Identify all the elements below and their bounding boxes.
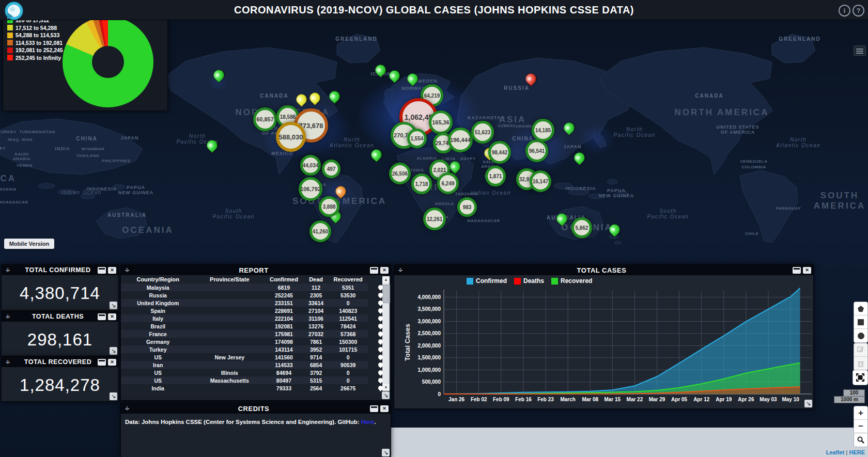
table-row[interactable]: Russia252245230553530: [121, 291, 368, 299]
scroll-down-button[interactable]: ▼: [382, 384, 390, 391]
cluster-marker[interactable]: 497: [322, 160, 340, 178]
resize-handle[interactable]: ↘: [804, 400, 812, 407]
table-row[interactable]: Brazil1920811327678424: [121, 322, 368, 330]
cluster-marker[interactable]: 12,261: [423, 208, 446, 230]
minimize-button[interactable]: [370, 405, 378, 412]
move-handle[interactable]: ↔↕: [123, 266, 131, 274]
github-link[interactable]: Here: [361, 419, 375, 425]
cluster-marker[interactable]: 5,862: [571, 217, 592, 238]
draw-rectangle-button[interactable]: [854, 316, 867, 329]
legend-item: 17,512 to 54,288: [7, 24, 63, 32]
table-row[interactable]: Italy22210431106112541: [121, 314, 368, 322]
svg-text:Feb 16: Feb 16: [515, 397, 532, 402]
scroll-up-button[interactable]: ▲: [382, 276, 390, 283]
table-row[interactable]: Spain22869127104140823: [121, 307, 368, 314]
table-row[interactable]: USMassachusetts8049753150: [121, 376, 368, 384]
zoom-out-button[interactable]: −: [854, 420, 867, 433]
cluster-marker[interactable]: 196,444: [448, 128, 473, 152]
cluster-marker[interactable]: 44,034: [300, 155, 321, 176]
cluster-marker[interactable]: 96,541: [525, 139, 548, 162]
legend-swatch: [7, 25, 13, 30]
cluster-marker[interactable]: 41,260: [309, 220, 331, 242]
close-icon[interactable]: ✕: [380, 405, 389, 412]
cell-country: Brazil: [121, 323, 195, 329]
column-header[interactable]: Province/State: [195, 276, 264, 282]
chart-legend-item[interactable]: Deaths: [514, 277, 544, 285]
cluster-marker[interactable]: 60,857: [253, 107, 277, 131]
draw-circle-button[interactable]: [854, 329, 867, 342]
legend-swatch: [7, 55, 13, 60]
resize-handle[interactable]: ↘: [110, 392, 117, 400]
cluster-marker[interactable]: 16,147: [530, 170, 551, 192]
minimize-button[interactable]: [98, 267, 106, 274]
minimize-button[interactable]: [793, 267, 801, 274]
table-row[interactable]: USIllinois8469437920: [121, 369, 368, 376]
here-link[interactable]: HERE: [849, 449, 865, 455]
cluster-marker[interactable]: 588,030: [276, 122, 306, 152]
chart-legend-item[interactable]: Confirmed: [467, 277, 507, 285]
column-header[interactable]: Confirmed: [264, 276, 303, 282]
table-row[interactable]: France1759812703257368: [121, 330, 368, 338]
resize-handle[interactable]: ↘: [110, 302, 117, 309]
table-row[interactable]: Turkey1431143952101715: [121, 345, 368, 353]
cluster-marker[interactable]: 3,888: [319, 196, 339, 217]
total-recovered-value: 1,284,278: [2, 375, 118, 395]
close-icon[interactable]: ✕: [108, 313, 116, 320]
minimize-button[interactable]: [98, 359, 106, 366]
table-row[interactable]: India79333256426675: [121, 384, 368, 392]
cluster-marker[interactable]: 26,506: [389, 163, 411, 184]
column-header[interactable]: Country/Region: [121, 276, 195, 282]
cluster-marker[interactable]: 165,36: [429, 111, 453, 134]
info-icon[interactable]: i: [839, 5, 850, 17]
table-row[interactable]: Germany1740987861150300: [121, 338, 368, 345]
cluster-marker[interactable]: 106,792: [299, 177, 322, 201]
resize-handle[interactable]: ↘: [382, 391, 390, 399]
close-icon[interactable]: ✕: [380, 267, 389, 274]
cluster-marker[interactable]: 51,623: [471, 121, 494, 144]
column-header[interactable]: Dead: [304, 276, 329, 282]
column-header[interactable]: Recovered: [328, 276, 367, 282]
cluster-marker[interactable]: 1,554: [407, 129, 427, 148]
total-cases-chart[interactable]: 0500,0001,000,0001,500,0002,000,0002,500…: [394, 275, 813, 411]
table-scrollbar[interactable]: ▲ ▼: [382, 276, 390, 391]
help-icon[interactable]: ?: [853, 5, 864, 17]
chart-legend-item[interactable]: Recovered: [551, 277, 592, 285]
zoom-in-button[interactable]: +: [854, 406, 867, 420]
credits-panel: ↔↕ CREDITS ✕ Data: Johns Hopkins CSSE (C…: [120, 403, 391, 457]
cell-recovered: 0: [328, 377, 367, 384]
layers-menu-icon[interactable]: [854, 45, 866, 56]
cell-confirmed: 84694: [264, 370, 303, 376]
table-row[interactable]: Malaysia68191125351: [121, 283, 368, 291]
minimize-button[interactable]: [98, 313, 106, 320]
cluster-marker[interactable]: 6,249: [437, 172, 459, 194]
move-handle[interactable]: ↔↕: [4, 358, 12, 366]
cluster-marker[interactable]: 14,185: [532, 119, 554, 141]
draw-polygon-button[interactable]: [854, 302, 867, 316]
scroll-thumb[interactable]: [383, 285, 390, 303]
cluster-marker[interactable]: 98,442: [488, 141, 511, 164]
delete-layers-button[interactable]: [854, 357, 867, 370]
resize-handle[interactable]: ↘: [110, 347, 117, 355]
resize-handle[interactable]: ↘: [382, 449, 390, 456]
close-icon[interactable]: ✕: [108, 267, 116, 274]
search-button[interactable]: [854, 433, 867, 447]
donut-chart[interactable]: [63, 17, 153, 107]
close-icon[interactable]: ✕: [803, 267, 811, 274]
cluster-marker[interactable]: 1,718: [411, 174, 432, 194]
table-row[interactable]: USNew Jersey14156097140: [121, 353, 368, 361]
mobile-version-button[interactable]: Mobile Version: [4, 239, 54, 249]
cluster-marker[interactable]: 983: [457, 197, 477, 217]
cluster-marker[interactable]: 1,871: [485, 166, 506, 186]
svg-text:Mar 08: Mar 08: [582, 397, 598, 402]
table-row[interactable]: Iran114533685490539: [121, 361, 368, 369]
move-handle[interactable]: ↔↕: [4, 266, 12, 274]
move-handle[interactable]: ↔↕: [4, 312, 12, 321]
minimize-button[interactable]: [370, 267, 378, 274]
move-handle[interactable]: ↔↕: [123, 404, 131, 413]
leaflet-link[interactable]: Leaflet: [826, 449, 844, 455]
move-handle[interactable]: ↔↕: [396, 266, 405, 274]
edit-layers-button[interactable]: [854, 343, 867, 357]
close-icon[interactable]: ✕: [108, 359, 116, 366]
table-row[interactable]: United Kingdom233151336140: [121, 299, 368, 307]
fullscreen-button[interactable]: [853, 370, 867, 385]
